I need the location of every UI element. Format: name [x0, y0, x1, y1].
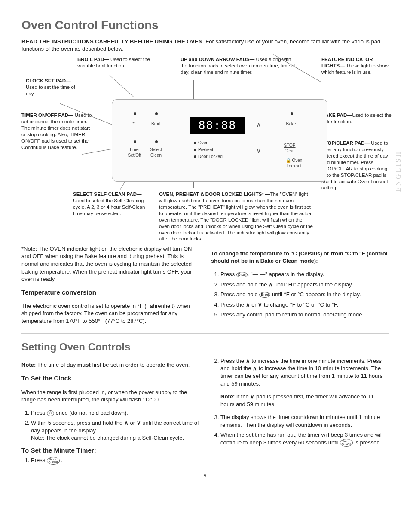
lamp-door-locked: Door Locked — [194, 154, 223, 160]
control-panel-diagram: BROIL PAD— Used to select the variable b… — [21, 56, 389, 241]
callout-stop-clear: STOP/CLEAR PAD— Used to clear any functi… — [321, 140, 395, 192]
note-must-set-time: Note: The time of day must first be set … — [21, 361, 199, 369]
lamp-oven: Oven — [194, 140, 208, 146]
heading-setting-oven-controls: Setting Oven Controls — [21, 340, 389, 354]
down-arrow-icon: ∨ — [258, 301, 262, 308]
pad-timer[interactable]: Timer Set/Off — [126, 147, 143, 158]
pad-stop-clear[interactable]: STOP Clear — [279, 143, 300, 154]
list-item: Press and hold Broil until °F or °C appe… — [220, 291, 389, 298]
clock-icon: ⏲ — [47, 410, 54, 416]
heading-set-minute-timer: To Set the Minute Timer: — [21, 446, 199, 455]
list-item: The display shows the timer countdown in… — [220, 413, 389, 429]
callout-indicator-lights: OVEN, PREHEAT & DOOR LOCKED LIGHTS* —The… — [159, 191, 314, 243]
down-arrow-pad[interactable]: ∨ — [256, 146, 261, 155]
up-arrow-icon: ∧ — [269, 281, 273, 288]
list-item: Press the ∧ or ∨ to change °F to °C or °… — [220, 301, 389, 309]
timer-icon: Timer Set/Off — [47, 457, 60, 465]
heading-temp-conversion: Temperature conversion — [21, 288, 199, 297]
set-clock-steps: Press ⏲ once (do not hold pad down). Wit… — [21, 409, 199, 442]
page-title: Oven Control Functions — [21, 17, 389, 33]
down-arrow-icon: ∨ — [137, 420, 141, 426]
up-arrow-pad[interactable]: ∧ — [256, 120, 261, 130]
callout-feature-lights: FEATURE INDICATOR LIGHTS— These light to… — [321, 56, 390, 76]
callout-bake: BAKE PAD—Used to select the bake functio… — [321, 112, 392, 125]
broil-icon: Broil — [259, 292, 270, 298]
list-item: Press Broil. "— —" appears in the displa… — [220, 271, 389, 278]
timer-icon: Timer Set/Off — [340, 439, 353, 447]
up-arrow-icon: ∧ — [246, 358, 250, 364]
callout-broil: BROIL PAD— Used to select the variable b… — [77, 56, 159, 69]
callout-clock-set: CLOCK SET PAD— Used to set the time of d… — [26, 78, 77, 97]
list-item: Press and hold the ∧ until "HI" appears … — [220, 281, 389, 289]
broil-icon: Broil — [236, 272, 248, 277]
callout-timer-onoff: TIMER ON/OFF PAD— Used to set or cancel … — [21, 112, 92, 151]
lamp-preheat: Preheat — [194, 147, 213, 153]
list-item: Press any control pad to return to norma… — [220, 311, 389, 319]
callout-self-clean: SELECT SELF-CLEAN PAD— Used to select th… — [73, 191, 150, 217]
heading-change-temp: To change the temperature to °C (Celsius… — [211, 250, 389, 265]
set-clock-text: When the range is first plugged in, or w… — [21, 389, 199, 404]
page-number: 9 — [21, 472, 389, 479]
down-arrow-icon: ∨ — [250, 393, 254, 400]
intro-bold: READ THE INSTRUCTIONS CAREFULLY BEFORE U… — [21, 38, 204, 45]
pad-select-clean[interactable]: Select Clean — [147, 147, 165, 158]
pad-broil[interactable]: Broil — [149, 121, 162, 127]
digital-display: 88:88 — [190, 117, 245, 134]
callout-arrows: UP and DOWN ARROW PADS— Used along with … — [181, 56, 297, 76]
minute-timer-steps-cont: Press the ∧ to increase the time in one … — [211, 357, 389, 447]
list-item: Press ⏲ once (do not hold pad down). — [31, 409, 199, 417]
pad-bake[interactable]: Bake — [284, 121, 298, 127]
timer-advance-note: Note: If the ∨ pad is pressed first, the… — [220, 393, 389, 408]
up-arrow-icon: ∧ — [124, 420, 129, 426]
intro-paragraph: READ THE INSTRUCTIONS CAREFULLY BEFORE U… — [21, 38, 389, 53]
divider — [21, 333, 389, 334]
pad-oven-lockout[interactable]: 🔒 Oven Lockout — [283, 158, 305, 169]
up-arrow-icon: ∧ — [246, 301, 250, 308]
heading-set-clock: To Set the Clock — [21, 374, 199, 383]
clock-note: Note: The clock cannot be changed during… — [31, 435, 184, 441]
oven-indicator-note: *Note: The OVEN indicator light on the e… — [21, 244, 199, 284]
oven-control-panel: ⏲ Broil Bake 88:88 ∧ ∨ Timer Set/Off Sel… — [112, 99, 327, 182]
list-item: Within 5 seconds, press and hold the ∧ o… — [31, 419, 199, 442]
list-item: Press the ∧ to increase the time in one … — [220, 357, 389, 408]
temp-conversion-text: The electronic oven control is set to op… — [21, 302, 199, 325]
list-item: Press Timer Set/Off . — [31, 456, 199, 465]
up-arrow-icon: ∧ — [253, 365, 257, 371]
set-minute-timer-steps: Press Timer Set/Off . — [21, 456, 199, 465]
change-temp-steps: Press Broil. "— —" appears in the displa… — [211, 271, 389, 319]
language-tab: ENGLISH — [394, 150, 403, 192]
list-item: When the set time has run out, the timer… — [220, 431, 389, 447]
pad-clock[interactable]: ⏲ — [128, 121, 140, 127]
